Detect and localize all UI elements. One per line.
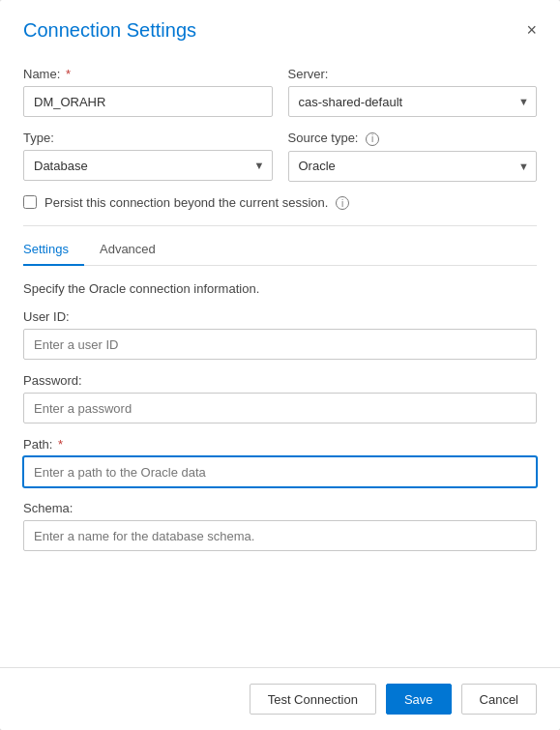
save-button[interactable]: Save bbox=[386, 684, 452, 715]
source-type-group: Source type: i Oracle ▼ bbox=[288, 131, 538, 182]
server-select-wrap: cas-shared-default ▼ bbox=[288, 86, 538, 117]
server-label: Server: bbox=[288, 67, 538, 81]
cancel-button[interactable]: Cancel bbox=[461, 684, 537, 715]
tab-settings[interactable]: Settings bbox=[23, 234, 84, 266]
name-group: Name: * bbox=[23, 67, 273, 117]
user-id-group: User ID: bbox=[23, 309, 537, 360]
password-label: Password: bbox=[23, 373, 537, 388]
settings-tab-content: Specify the Oracle connection informatio… bbox=[23, 281, 537, 551]
tab-description: Specify the Oracle connection informatio… bbox=[23, 281, 537, 296]
server-select[interactable]: cas-shared-default bbox=[288, 86, 538, 117]
path-required-star: * bbox=[54, 437, 63, 452]
dialog-footer: Test Connection Save Cancel bbox=[0, 667, 560, 730]
persist-label: Persist this connection beyond the curre… bbox=[44, 195, 349, 211]
source-type-info-icon[interactable]: i bbox=[366, 132, 379, 146]
schema-group: Schema: bbox=[23, 501, 537, 551]
path-label: Path: * bbox=[23, 437, 537, 452]
schema-label: Schema: bbox=[23, 501, 537, 515]
source-type-select[interactable]: Oracle bbox=[288, 151, 538, 182]
user-id-label: User ID: bbox=[23, 309, 537, 324]
password-group: Password: bbox=[23, 373, 537, 423]
type-group: Type: Database ▼ bbox=[23, 131, 273, 182]
persist-info-icon[interactable]: i bbox=[336, 196, 349, 210]
name-required-star: * bbox=[62, 67, 71, 81]
path-group: Path: * bbox=[23, 437, 537, 487]
type-select-wrap: Database ▼ bbox=[23, 150, 273, 181]
persist-checkbox[interactable] bbox=[23, 195, 37, 209]
type-sourcetype-row: Type: Database ▼ Source type: i Oracle bbox=[23, 131, 537, 182]
name-input[interactable] bbox=[23, 86, 273, 117]
tabs: Settings Advanced bbox=[23, 234, 537, 266]
server-group: Server: cas-shared-default ▼ bbox=[288, 67, 538, 117]
dialog-title: Connection Settings bbox=[23, 19, 196, 42]
type-label: Type: bbox=[23, 131, 273, 145]
dialog-body: Name: * Server: cas-shared-default ▼ Typ… bbox=[0, 51, 560, 667]
dialog-header: Connection Settings × bbox=[0, 0, 560, 51]
schema-input[interactable] bbox=[23, 520, 537, 551]
name-server-row: Name: * Server: cas-shared-default ▼ bbox=[23, 67, 537, 117]
name-label: Name: * bbox=[23, 67, 273, 81]
divider bbox=[23, 225, 537, 226]
source-type-label: Source type: i bbox=[288, 131, 538, 146]
close-button[interactable]: × bbox=[526, 21, 537, 39]
source-type-select-wrap: Oracle ▼ bbox=[288, 151, 538, 182]
connection-settings-dialog: Connection Settings × Name: * Server: ca… bbox=[0, 0, 560, 730]
type-select[interactable]: Database bbox=[23, 150, 273, 181]
user-id-input[interactable] bbox=[23, 329, 537, 360]
persist-row: Persist this connection beyond the curre… bbox=[23, 195, 537, 211]
test-connection-button[interactable]: Test Connection bbox=[250, 684, 376, 715]
tab-advanced[interactable]: Advanced bbox=[84, 234, 171, 266]
path-input[interactable] bbox=[23, 456, 537, 487]
password-input[interactable] bbox=[23, 393, 537, 423]
